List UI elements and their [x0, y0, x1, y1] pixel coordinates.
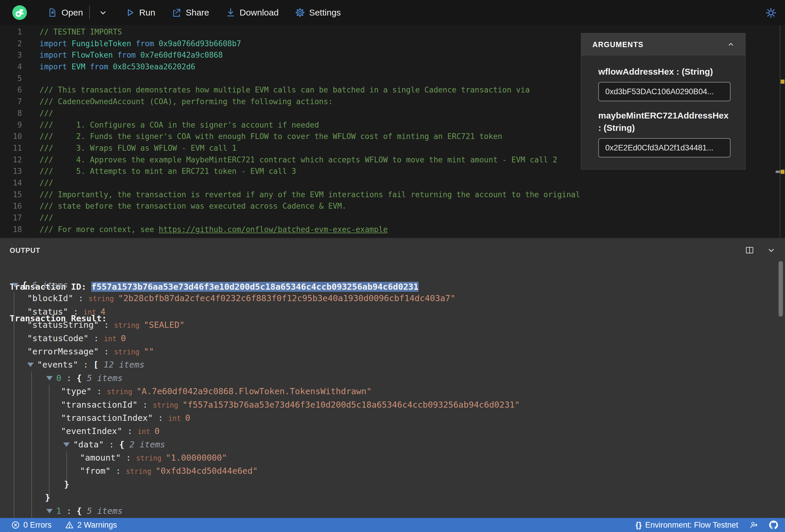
code-link[interactable]: https://github.com/onflow/batched-evm-ex… — [159, 225, 388, 234]
code-token: /// 1. Configures a COA in the signer's … — [40, 121, 319, 129]
json-type-label: string — [153, 401, 182, 409]
tree-row: "type" : string "A.7e60df042a9c0868.Flow… — [0, 385, 773, 398]
expand-toggle-icon[interactable] — [12, 283, 19, 287]
json-punct: : — [61, 373, 76, 383]
ruler-position-tick — [776, 171, 780, 173]
array-index: 0 — [56, 373, 61, 383]
code-token: import — [40, 62, 72, 71]
json-punct: : — [153, 413, 168, 423]
settings-label: Settings — [309, 8, 341, 18]
json-value: "f557a1573b76aa53e73d46f3e10d200d5c18a65… — [182, 400, 520, 410]
tree-row: } — [0, 478, 773, 491]
tree-row: 0 : { 5 items — [0, 372, 773, 385]
items-count: 12 items — [104, 360, 145, 370]
json-type-label: int — [137, 428, 155, 436]
warning-marker — [781, 80, 784, 84]
line-number: 10 — [0, 131, 22, 143]
flow-logo[interactable] — [12, 5, 27, 20]
output-panel: OUTPUT Transaction ID: f557a1573b76aa53e… — [0, 237, 785, 518]
line-number: 13 — [0, 166, 22, 177]
json-punct: : — [104, 439, 119, 450]
errors-icon — [11, 521, 20, 529]
code-token: from — [85, 62, 113, 71]
line-number: 5 — [0, 73, 22, 84]
json-brace: { — [77, 373, 87, 383]
tree-row: } — [0, 491, 773, 504]
code-line: 17/// — [0, 212, 779, 224]
errors-status[interactable]: 0 Errors — [11, 521, 52, 530]
code-token: /// 4. Approves the example MaybeMintERC… — [40, 155, 557, 164]
json-type-label: string — [89, 295, 118, 303]
expand-toggle-icon[interactable] — [63, 442, 70, 447]
json-punct: : — [137, 400, 153, 410]
settings-button[interactable]: Settings — [295, 8, 341, 18]
code-token: 0x9a0766d93b6608b7 — [159, 39, 241, 48]
line-number: 4 — [0, 61, 22, 73]
code-token: from — [131, 39, 159, 48]
argument-label: maybeMintERC721AddressHex : (String) — [598, 109, 731, 134]
errors-label: 0 Errors — [23, 521, 52, 530]
code-token: import — [40, 51, 72, 59]
json-brace: { — [22, 280, 32, 290]
argument-label: wflowAddressHex : (String) — [598, 66, 731, 78]
json-key: "amount" — [80, 453, 121, 463]
argument-input-wflowAddressHex[interactable] — [598, 82, 731, 101]
chevron-down-icon — [98, 8, 108, 18]
line-number: 16 — [0, 200, 22, 212]
json-key: "events" — [37, 360, 78, 370]
code-line: 15/// Importantly, the transaction is re… — [0, 189, 779, 201]
code-token: /// CadenceOwnedAccount (COA), performin… — [40, 97, 333, 106]
chevron-up-icon[interactable] — [727, 40, 735, 49]
share-button[interactable]: Share — [172, 8, 209, 18]
tree-row: { 6 items — [0, 279, 773, 292]
items-count: 6 items — [32, 280, 68, 290]
environment-status[interactable]: {} Environment: Flow Testnet — [635, 521, 738, 530]
warnings-status[interactable]: 2 Warnings — [65, 521, 117, 530]
warning-marker — [781, 170, 784, 174]
arguments-panel: ARGUMENTS wflowAddressHex : (String) may… — [581, 33, 745, 170]
open-menu-chevron[interactable] — [93, 8, 113, 18]
json-key: "blockId" — [27, 293, 73, 303]
json-punct: : — [99, 347, 114, 356]
json-key: "transactionIndex" — [61, 413, 153, 423]
items-count: 5 items — [87, 373, 123, 383]
code-token: /// — [40, 213, 53, 222]
feedback-person-icon[interactable] — [749, 521, 758, 529]
toolbar: Open Run Share — [0, 0, 785, 25]
code-token: /// For more context, see — [40, 225, 159, 234]
json-punct: : — [61, 506, 76, 516]
split-view-icon[interactable] — [744, 245, 755, 255]
code-token: /// This transaction demonstrates how mu… — [40, 85, 530, 94]
code-token: 0x7e60df042a9c0868 — [140, 51, 223, 59]
code-token: /// 2. Funds the signer's COA with enoug… — [40, 132, 502, 141]
json-type-label: string — [114, 321, 144, 329]
json-punct: : — [89, 333, 104, 343]
collapse-output-chevron-icon[interactable] — [766, 245, 776, 255]
download-button[interactable]: Download — [226, 8, 279, 18]
line-number: 6 — [0, 84, 22, 96]
code-token: /// state before the transaction was exe… — [40, 202, 347, 210]
expand-toggle-icon[interactable] — [46, 376, 53, 380]
expand-toggle-icon[interactable] — [46, 509, 53, 513]
output-scrollbar-thumb[interactable] — [779, 261, 783, 316]
theme-toggle-sun-icon[interactable] — [765, 7, 777, 19]
code-line: 14/// — [0, 177, 779, 189]
line-number: 7 — [0, 96, 22, 108]
tree-row: "from" : string "0xfd3b4cd50d44e6ed" — [0, 464, 773, 478]
json-value: "1.00000000" — [166, 453, 227, 463]
open-button[interactable]: Open — [47, 8, 83, 18]
json-punct: : — [99, 320, 114, 330]
arguments-panel-header[interactable]: ARGUMENTS — [581, 33, 745, 56]
line-number: 1 — [0, 26, 22, 38]
argument-input-maybeMintERC721AddressHex[interactable] — [598, 138, 731, 157]
array-index: 1 — [56, 506, 61, 516]
json-type-label: int — [104, 335, 121, 343]
json-punct: : — [122, 426, 137, 436]
line-number: 15 — [0, 189, 22, 201]
json-punct: : — [111, 466, 126, 476]
expand-toggle-icon[interactable] — [27, 362, 34, 367]
github-icon[interactable] — [769, 521, 778, 529]
run-button[interactable]: Run — [125, 8, 155, 18]
line-number: 17 — [0, 212, 22, 224]
json-type-label: int — [83, 308, 100, 316]
